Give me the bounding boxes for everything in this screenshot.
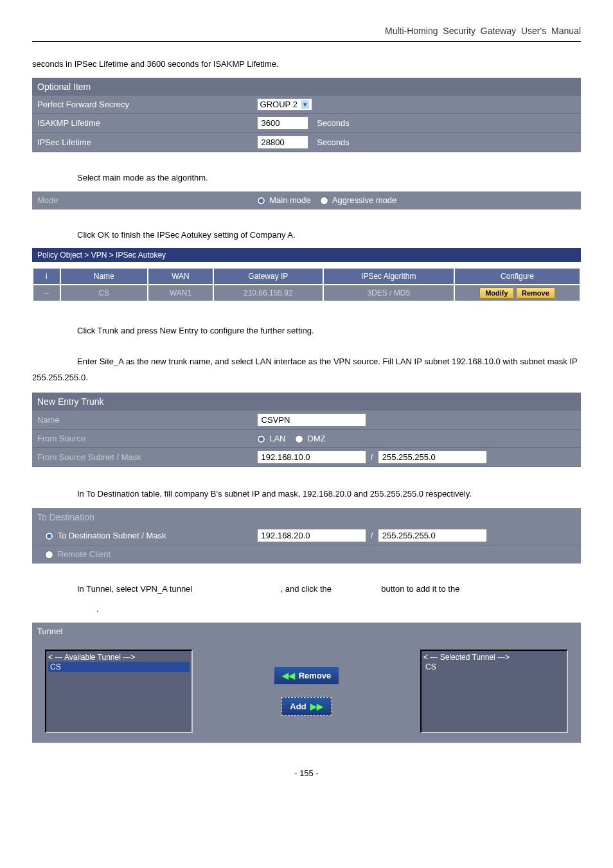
aggressive-mode-radio[interactable] [320, 197, 328, 205]
trunk-click-text: Click Trunk and press New Entry to confi… [32, 324, 581, 338]
cell-wan: WAN1 [148, 285, 213, 301]
autokey-table: i Name WAN Gateway IP IPSec Algorithm Co… [32, 267, 581, 302]
pfs-value: GROUP 2 [260, 100, 298, 109]
ipsec-unit: Seconds [317, 137, 350, 147]
tunnel-title: Tunnel [32, 623, 581, 640]
mode-label: Mode [32, 191, 252, 209]
dest-title: To Destination [32, 508, 581, 526]
main-mode-label: Main mode [269, 195, 310, 205]
cell-gateway: 210.66.155.92 [213, 285, 323, 301]
list-item[interactable]: CS [423, 662, 565, 672]
arrow-right-icon: ▶▶ [310, 702, 323, 711]
dest-subnet-radio[interactable] [45, 532, 53, 540]
tunnel-instruction: In Tunnel, select VPN_A tunnel , and cli… [32, 583, 581, 596]
ok-instruction: Click OK to finish the IPSec Aotukey set… [32, 229, 581, 242]
chevron-down-icon: ▾ [301, 100, 309, 109]
remove-tunnel-button[interactable]: ◀◀ Remove [274, 667, 339, 684]
cell-algo: 3DES / MD5 [323, 285, 454, 301]
modify-button[interactable]: Modify [479, 287, 513, 299]
th-conf: Configure [454, 268, 580, 285]
th-name: Name [60, 268, 148, 285]
dmz-radio[interactable] [295, 435, 303, 443]
tunnel-body: < --- Available Tunnel ---> CS ◀◀ Remove… [32, 640, 581, 743]
isakmp-unit: Seconds [317, 118, 350, 128]
intro-text: seconds in IPSec Lifetime and 3600 secon… [32, 58, 581, 71]
selected-tunnel-list[interactable]: < --- Selected Tunnel ---> CS [420, 650, 568, 733]
dest-instruction: In To Destination table, fill company B'… [32, 486, 581, 502]
dest-mask-input[interactable]: 255.255.255.0 [378, 529, 487, 542]
available-tunnel-list[interactable]: < --- Available Tunnel ---> CS [45, 650, 193, 733]
trunk-source-label: From Source [32, 429, 252, 447]
trunk-subnet-label: From Source Subnet / Mask [32, 447, 252, 466]
trunk-title: New Entry Trunk [32, 393, 581, 411]
table-row: -- CS WAN1 210.66.155.92 3DES / MD5 Modi… [33, 285, 580, 301]
slash: / [371, 452, 373, 462]
ipsec-label: IPSec Lifetime [32, 132, 252, 152]
arrow-left-icon: ◀◀ [282, 671, 295, 680]
remove-button[interactable]: Remove [516, 287, 555, 299]
remote-client-radio[interactable] [45, 551, 53, 559]
th-wan: WAN [148, 268, 213, 285]
optional-item-title: Optional Item [32, 78, 581, 96]
remote-client-label: Remote Client [58, 549, 111, 559]
subnet-mask-input[interactable]: 255.255.255.0 [378, 450, 487, 464]
isakmp-input[interactable]: 3600 [257, 116, 308, 130]
add-tunnel-button[interactable]: Add ▶▶ [281, 697, 331, 716]
lan-label: LAN [269, 434, 285, 443]
slash2: / [371, 531, 373, 540]
lan-radio[interactable] [257, 435, 265, 443]
main-mode-radio[interactable] [257, 197, 265, 205]
cell-conf: Modify Remove [454, 285, 580, 301]
th-algo: IPSec Algorithm [323, 268, 454, 285]
dest-subnet-label: To Destination Subnet / Mask [57, 531, 166, 540]
list-item[interactable]: CS [48, 662, 190, 672]
dest-table: To Destination To Destination Subnet / M… [32, 508, 581, 563]
selected-header: < --- Selected Tunnel ---> [423, 653, 565, 662]
th-i: i [33, 268, 60, 285]
optional-item-table: Optional Item Perfect Forward Secrecy GR… [32, 78, 581, 152]
tunnel-dot: . [32, 603, 581, 616]
isakmp-label: ISAKMP Lifetime [32, 113, 252, 132]
trunk-name-input[interactable]: CSVPN [257, 413, 366, 427]
dest-ip-input[interactable]: 192.168.20.0 [257, 529, 366, 542]
trunk-table: New Entry Trunk Name CSVPN From Source L… [32, 393, 581, 467]
mode-instruction: Select main mode as the algorithm. [32, 172, 581, 185]
page-number: - 155 - [32, 768, 581, 778]
mode-table: Mode Main mode Aggressive mode [32, 191, 581, 209]
breadcrumb: Policy Object > VPN > IPSec Autokey [32, 248, 581, 267]
available-header: < --- Available Tunnel ---> [48, 653, 190, 662]
page-header: Multi-Homing Security Gateway User's Man… [32, 26, 581, 42]
pfs-select[interactable]: GROUP 2 ▾ [257, 98, 312, 111]
ipsec-input[interactable]: 28800 [257, 136, 308, 149]
trunk-name-label: Name [32, 411, 252, 430]
cell-name: CS [60, 285, 148, 301]
pfs-label: Perfect Forward Secrecy [32, 96, 252, 114]
aggressive-mode-label: Aggressive mode [332, 195, 396, 205]
trunk-enter-text: Enter Site_A as the new trunk name, and … [32, 354, 581, 385]
subnet-ip-input[interactable]: 192.168.10.0 [257, 450, 366, 464]
cell-i: -- [33, 285, 60, 301]
dmz-label: DMZ [308, 434, 326, 443]
th-gateway: Gateway IP [213, 268, 323, 285]
